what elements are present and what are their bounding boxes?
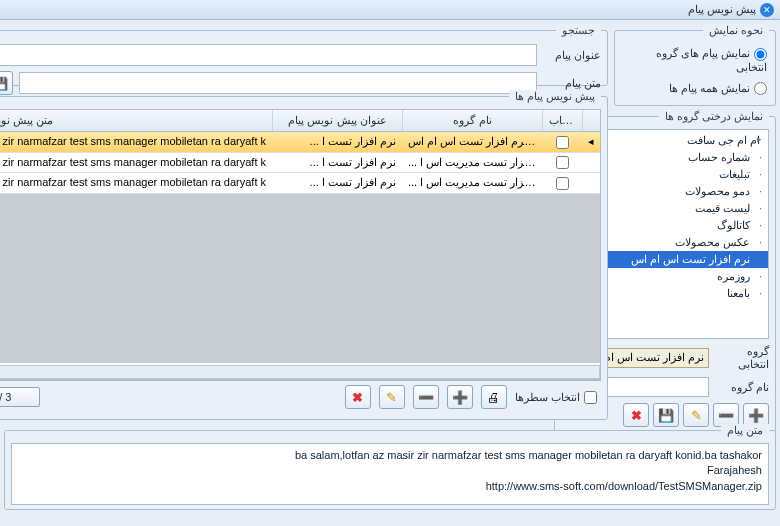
col-title[interactable]: عنوان پیش نویس پیام	[272, 110, 402, 131]
table-row[interactable]: ... نرم افزار تست مدیریت اس ا... نرم افز…	[0, 173, 600, 194]
message-legend: متن پیام	[721, 424, 769, 437]
window-title: پیش نویس پیام	[688, 3, 756, 16]
print-button[interactable]: 🖨	[481, 385, 507, 409]
grid-h-scrollbar[interactable]	[0, 365, 600, 379]
group-name-label: نام گروه	[713, 381, 769, 394]
grid-add-button[interactable]: ➕	[447, 385, 473, 409]
display-mode-group: نحوه نمایش نمایش پیام های گروه انتخابی ن…	[614, 24, 776, 106]
tree-legend: نمایش درختی گروه ها	[659, 110, 769, 123]
grid-group: پیش نویس پیام ها انتخاب نام گروه عنوان پ…	[0, 90, 608, 420]
search-title-input[interactable]	[0, 44, 537, 66]
search-legend: جستجو	[556, 24, 601, 37]
titlebar: ✕ پیش نویس پیام	[0, 0, 780, 20]
col-select[interactable]: انتخاب	[542, 110, 582, 131]
grid-remove-button[interactable]: ➖	[413, 385, 439, 409]
message-grid: انتخاب نام گروه عنوان پیش نویس پیام متن …	[0, 109, 601, 380]
message-text-group: متن پیام ba salam,lotfan az masir zir na…	[4, 424, 776, 510]
search-text-label: متن پیام	[543, 77, 601, 90]
pager[interactable]: 1 / 3	[0, 387, 40, 407]
close-icon[interactable]: ✕	[760, 3, 774, 17]
selected-group-label: گروه انتخابی	[713, 345, 769, 371]
grid-legend: پیش نویس پیام ها	[509, 90, 601, 103]
table-row[interactable]: ◂نرم افزار تست اس ام اس-w...... نرم افزا…	[0, 132, 600, 153]
grid-edit-button[interactable]: ✎	[379, 385, 405, 409]
col-group[interactable]: نام گروه	[402, 110, 542, 131]
col-text[interactable]: متن پیش نویس پیام	[0, 110, 272, 131]
search-title-label: عنوان پیام	[543, 49, 601, 62]
message-text: ba salam,lotfan az masir zir narmafzar t…	[11, 443, 769, 505]
select-rows-checkbox[interactable]: انتخاب سطرها	[515, 391, 597, 404]
table-row[interactable]: ... نرم افزار تست مدیریت اس ا... نرم افز…	[0, 153, 600, 174]
grid-header: انتخاب نام گروه عنوان پیش نویس پیام متن …	[0, 110, 600, 132]
grid-delete-button[interactable]: ✖	[345, 385, 371, 409]
radio-selected-group[interactable]: نمایش پیام های گروه انتخابی	[621, 43, 769, 78]
grid-footer: انتخاب سطرها 🖨 ➕ ➖ ✎ ✖ 1 / 3	[0, 380, 601, 413]
display-mode-legend: نحوه نمایش	[703, 24, 769, 37]
search-group: جستجو عنوان پیام 🔍 متن پیام 💾 ⟳	[0, 24, 608, 86]
radio-all-messages[interactable]: نمایش همه پیام ها	[621, 78, 769, 100]
